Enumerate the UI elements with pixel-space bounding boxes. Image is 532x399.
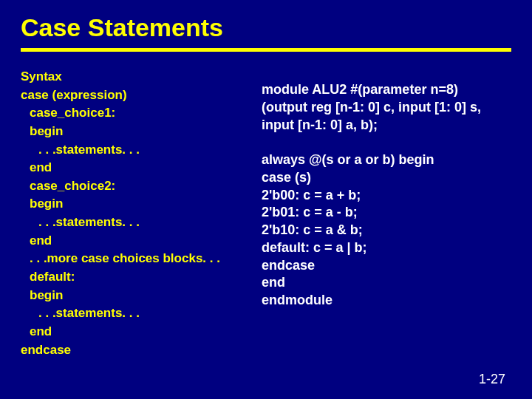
code-line: 2'b01: c = a - b; [262,204,511,222]
code-line: 2'b10: c = a & b; [262,222,511,239]
code-line [262,134,511,151]
syntax-line: . . .statements. . . [21,141,248,160]
code-line: (output reg [n-1: 0] c, input [1: 0] s, [262,99,511,117]
code-line: endmodule [262,292,511,310]
syntax-line: begin [21,287,248,305]
syntax-line: . . .more case choices blocks. . . [21,250,248,268]
syntax-line: case_choice2: [21,177,248,196]
syntax-line: end [21,159,248,177]
syntax-line: . . .statements. . . [21,214,248,232]
code-line: 2'b00: c = a + b; [262,187,511,205]
syntax-line: endcase [21,341,248,360]
code-line: endcase [262,257,511,275]
code-line: case (s) [262,169,511,187]
code-line: module ALU2 #(parameter n=8) [262,81,511,99]
code-line: default: c = a | b; [262,239,511,257]
slide-title: Case Statements [21,13,511,42]
content-columns: Syntax case (expression) case_choice1: b… [21,68,511,359]
title-rule [21,48,511,52]
syntax-line: begin [21,123,248,141]
syntax-line: . . .statements. . . [21,304,248,323]
code-column: module ALU2 #(parameter n=8) (output reg… [262,68,511,359]
syntax-line: end [21,232,248,250]
code-line: end [262,274,511,292]
syntax-line: begin [21,195,248,214]
code-line: always @(s or a or b) begin [262,151,511,169]
syntax-line: case_choice1: [21,104,248,123]
syntax-heading: Syntax [21,68,248,86]
syntax-line: case (expression) [21,86,248,105]
syntax-line: end [21,323,248,341]
syntax-line: default: [21,268,248,287]
code-line: input [n-1: 0] a, b); [262,117,511,134]
page-number: 1-27 [479,372,505,387]
syntax-column: Syntax case (expression) case_choice1: b… [21,68,248,359]
